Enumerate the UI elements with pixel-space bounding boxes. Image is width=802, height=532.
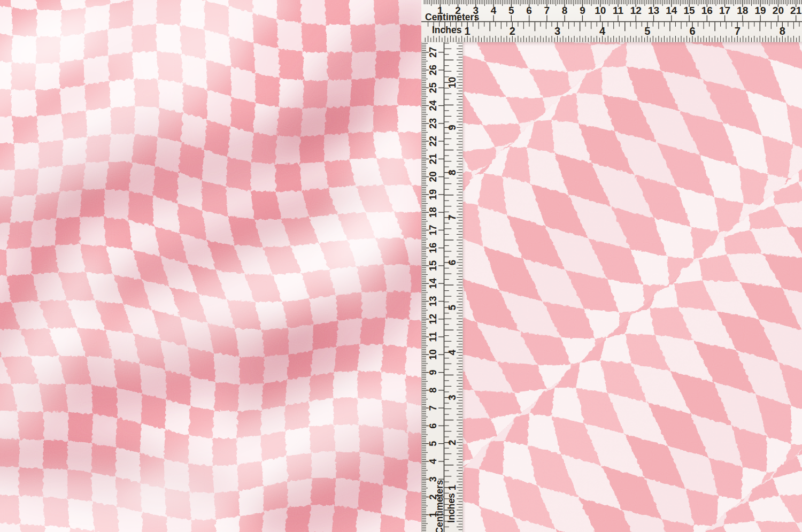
cm-number: 20 [428,172,438,182]
cm-number: 26 [428,65,438,75]
inch-number: 8 [780,25,785,37]
cm-number: 5 [508,5,514,16]
inch-number: 2 [510,25,515,37]
top-ruler-inch-label: Inches [432,25,462,35]
side-ruler-cm-label: Centimeters [434,480,445,532]
cm-number: 5 [428,441,438,446]
horizontal-ruler: 1234567891011121314151617181920211234567… [421,0,802,43]
inch-number: 4 [446,350,458,356]
cm-number: 6 [526,5,532,16]
inch-number: 1 [446,484,458,490]
cm-number: 13 [648,5,659,16]
cm-number: 4 [491,5,497,16]
inch-number: 7 [446,215,458,221]
ruler-shadow-top [463,42,802,46]
cm-number: 11 [428,332,438,342]
cm-number: 16 [428,243,438,253]
cm-number: 12 [630,5,642,16]
cm-number: 6 [428,423,438,428]
inch-number: 2 [446,440,458,445]
inch-number: 6 [446,260,458,266]
cm-number: 15 [683,5,695,16]
cm-number: 15 [428,260,438,271]
cm-number: 20 [773,5,784,16]
vertical-ruler: 1234567891011121314151617181920212223242… [421,42,463,532]
cm-number: 21 [428,153,438,164]
cm-number: 7 [428,405,438,411]
inch-number: 6 [689,25,695,37]
inch-number: 9 [446,125,458,130]
fabric-product-photo: 1234567891011121314151617181920211234567… [0,0,802,532]
top-ruler-cm-label: Centimeters [425,12,479,22]
cm-number: 4 [428,459,438,464]
cm-number: 7 [544,5,550,16]
draped-fabric-photo [0,0,422,532]
inch-number: 3 [446,395,458,400]
knit-texture-overlay [0,0,422,532]
flat-fabric-swatch-photo [463,42,802,532]
cm-number: 12 [428,314,438,325]
cm-number: 25 [428,82,438,93]
cm-number: 19 [755,5,766,16]
cm-number: 18 [428,207,438,218]
cm-number: 17 [719,5,730,16]
inch-number: 8 [446,169,458,175]
inch-number: 3 [554,25,560,37]
cm-number: 14 [428,278,438,289]
cm-number: 22 [428,136,438,147]
cm-number: 21 [790,5,802,16]
inch-number: 7 [735,25,741,37]
cm-number: 17 [428,225,438,235]
cm-number: 13 [428,296,438,306]
cm-number: 24 [428,101,438,111]
cm-number: 11 [613,5,624,16]
cm-number: 19 [428,189,438,200]
cm-number: 9 [428,370,438,375]
cm-number: 10 [595,5,606,16]
inch-number: 10 [446,77,458,88]
inch-number: 4 [599,25,606,37]
knit-texture-overlay [463,42,802,532]
cm-number: 8 [428,388,438,393]
cm-number: 16 [701,5,713,16]
cm-number: 14 [666,5,677,16]
side-ruler-inch-label: Inches [446,493,457,523]
cm-number: 18 [737,5,748,16]
inch-number: 5 [446,304,458,310]
inch-number: 1 [465,25,471,37]
cm-number: 27 [428,47,438,58]
cm-number: 9 [580,5,585,16]
cm-number: 10 [428,349,438,360]
cm-number: 8 [562,5,568,16]
inch-number: 5 [644,25,650,37]
ruler-shadow-left [463,42,466,532]
cm-number: 23 [428,118,438,129]
